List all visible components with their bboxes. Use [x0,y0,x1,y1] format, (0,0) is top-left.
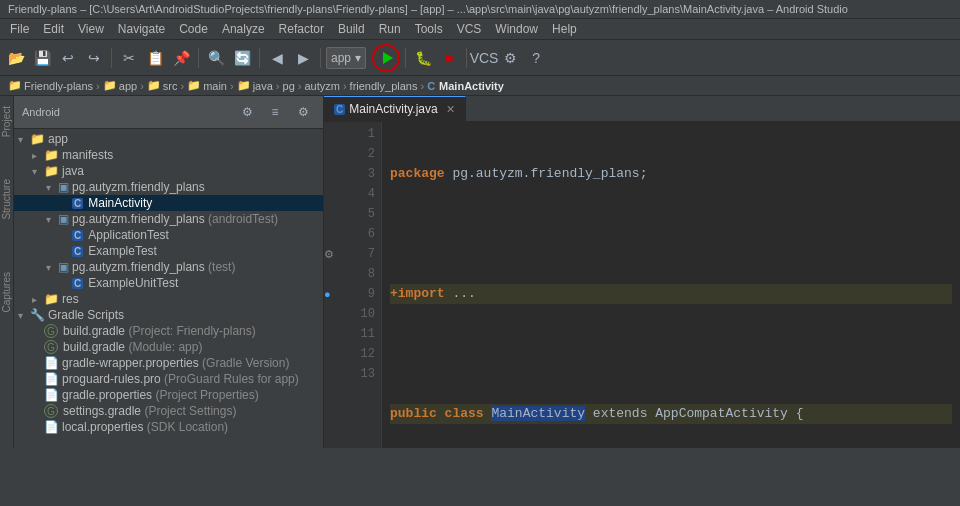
bread-main[interactable]: 📁 main [187,79,227,92]
folder-icon-manifests: 📁 [44,148,59,162]
line-num-4: 4 [342,184,375,204]
collapse-btn[interactable]: ≡ [263,100,287,124]
package-icon-androidtest: ▣ [58,212,69,226]
code-line-4 [390,344,952,364]
toolbar-debug-btn[interactable]: 🐛 [411,46,435,70]
tree-arrow-pkg-test: ▾ [46,262,58,273]
menu-code[interactable]: Code [173,20,214,38]
bread-autyzm[interactable]: autyzm [304,80,339,92]
tree-item-apptest[interactable]: C ApplicationTest [14,227,323,243]
tree-item-mainactivity[interactable]: C MainActivity [14,195,323,211]
menu-bar: File Edit View Navigate Code Analyze Ref… [0,19,960,40]
tree-item-java[interactable]: ▾ 📁 java [14,163,323,179]
bread-app[interactable]: 📁 app [103,79,137,92]
line-num-10: 10 [342,304,375,324]
bread-mainactivity[interactable]: C MainActivity [427,80,504,92]
tree-item-gradle-props[interactable]: 📄 gradle.properties (Project Properties) [14,387,323,403]
tree-item-build-proj[interactable]: G build.gradle (Project: Friendly-plans) [14,323,323,339]
code-editor[interactable]: ⚙ ● 1 2 3 4 5 6 7 8 9 10 11 12 13 [324,122,960,448]
toolbar-help-btn[interactable]: ? [524,46,548,70]
left-side-tabs: Project Structure Captures [0,96,14,448]
toolbar-stop-btn[interactable]: ■ [437,46,461,70]
run-button[interactable] [372,44,400,72]
line-num-11: 11 [342,324,375,344]
bread-friendly-plans2[interactable]: friendly_plans [350,80,418,92]
bread-java[interactable]: 📁 java [237,79,273,92]
class-icon-exampleunit: C [72,278,83,289]
menu-build[interactable]: Build [332,20,371,38]
tree-item-app[interactable]: ▾ 📁 app [14,131,323,147]
gutter-icon-9: ● [324,284,342,304]
toolbar-save-btn[interactable]: 💾 [30,46,54,70]
tree-item-pkg-test[interactable]: ▾ ▣ pg.autyzm.friendly_plans (test) [14,259,323,275]
app-selector[interactable]: app ▾ [326,47,366,69]
tree-item-gradle-wrapper[interactable]: 📄 gradle-wrapper.properties (Gradle Vers… [14,355,323,371]
menu-run[interactable]: Run [373,20,407,38]
toolbar-find-btn[interactable]: 🔍 [204,46,228,70]
toolbar-forward-btn[interactable]: ▶ [291,46,315,70]
tree-item-pkg-main[interactable]: ▾ ▣ pg.autyzm.friendly_plans [14,179,323,195]
line-num-6: 6 [342,224,375,244]
toolbar-paste-btn[interactable]: 📌 [169,46,193,70]
tree-item-gradle[interactable]: ▾ 🔧 Gradle Scripts [14,307,323,323]
tree-item-local-props[interactable]: 📄 local.properties (SDK Location) [14,419,323,435]
menu-view[interactable]: View [72,20,110,38]
gutter-icon-1 [324,124,342,144]
toolbar-replace-btn[interactable]: 🔄 [230,46,254,70]
menu-help[interactable]: Help [546,20,583,38]
menu-refactor[interactable]: Refactor [273,20,330,38]
toolbar-settings-btn[interactable]: ⚙ [498,46,522,70]
tree-item-manifests[interactable]: ▸ 📁 manifests [14,147,323,163]
class-icon-apptest: C [72,230,83,241]
menu-edit[interactable]: Edit [37,20,70,38]
tree-label-app: app [48,132,68,146]
menu-navigate[interactable]: Navigate [112,20,171,38]
tree-item-exampleunit[interactable]: C ExampleUnitTest [14,275,323,291]
toolbar-back-btn[interactable]: ◀ [265,46,289,70]
bread-sep2: › [140,80,144,92]
gutter-icon-8 [324,264,342,284]
menu-window[interactable]: Window [489,20,544,38]
tree-item-settings-gradle[interactable]: G settings.gradle (Project Settings) [14,403,323,419]
tree-item-pkg-androidtest[interactable]: ▾ ▣ pg.autyzm.friendly_plans (androidTes… [14,211,323,227]
folder-icon: 📁 [147,79,161,92]
side-tab-project[interactable]: Project [0,100,13,143]
toolbar-undo-btn[interactable]: ↩ [56,46,80,70]
toolbar-vcs-btn[interactable]: VCS [472,46,496,70]
toolbar-open-btn[interactable]: 📂 [4,46,28,70]
tree-arrow-gradle: ▾ [18,310,30,321]
menu-analyze[interactable]: Analyze [216,20,271,38]
menu-vcs[interactable]: VCS [451,20,488,38]
tab-label: MainActivity.java [349,102,437,116]
tree-item-build-app[interactable]: G build.gradle (Module: app) [14,339,323,355]
tab-close-btn[interactable]: ✕ [446,103,455,116]
tree-label-exampletest: ExampleTest [88,244,157,258]
code-content[interactable]: package pg.autyzm.friendly_plans; +impor… [382,122,960,448]
tree-arrow-exampletest [60,246,72,257]
bread-pg[interactable]: pg [283,80,295,92]
side-tab-captures[interactable]: Captures [0,266,13,319]
tree-label-build-proj: build.gradle (Project: Friendly-plans) [63,324,256,338]
side-tab-structure[interactable]: Structure [0,173,13,226]
tree-item-res[interactable]: ▸ 📁 res [14,291,323,307]
toolbar-copy-btn[interactable]: 📋 [143,46,167,70]
sync-btn[interactable]: ⚙ [235,100,259,124]
menu-tools[interactable]: Tools [409,20,449,38]
bread-friendly-plans[interactable]: 📁 Friendly-plans [8,79,93,92]
toolbar-sep4 [320,48,321,68]
toolbar-cut-btn[interactable]: ✂ [117,46,141,70]
gear-icon[interactable]: ⚙ [291,100,315,124]
bread-sep1: › [96,80,100,92]
toolbar-redo-btn[interactable]: ↪ [82,46,106,70]
editor-tab-mainactivity[interactable]: C MainActivity.java ✕ [324,96,466,121]
bread-src[interactable]: 📁 src [147,79,178,92]
menu-file[interactable]: File [4,20,35,38]
folder-icon: 📁 [187,79,201,92]
bread-sep3: › [180,80,184,92]
tree-item-proguard[interactable]: 📄 proguard-rules.pro (ProGuard Rules for… [14,371,323,387]
line-num-13: 13 [342,364,375,384]
tree-item-exampletest[interactable]: C ExampleTest [14,243,323,259]
toolbar-sep1 [111,48,112,68]
tree-arrow-mainactivity [60,198,72,209]
toolbar-sep6 [466,48,467,68]
